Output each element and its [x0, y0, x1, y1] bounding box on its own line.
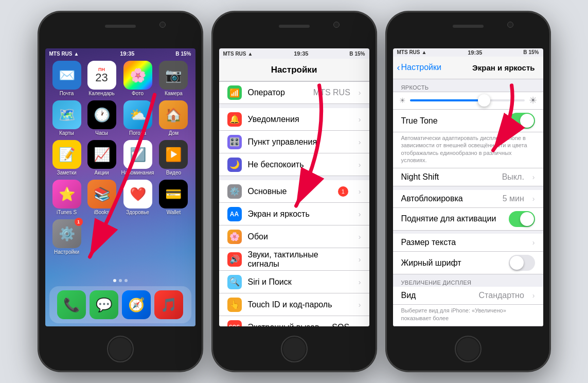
app-stocks-label: Акции — [95, 170, 109, 176]
status-right-1: B 15% — [175, 51, 191, 57]
settings-row-general[interactable]: ⚙️ Основные 1 › — [219, 180, 369, 203]
night-shift-row[interactable]: Night Shift Выкл. › — [393, 168, 543, 186]
app-mail-label: Почта — [60, 91, 74, 96]
brightness-nav-bar: ‹ Настройки Экран и яркость — [393, 57, 543, 79]
carrier-2: MTS RUS — [223, 51, 246, 57]
page-dots — [45, 279, 195, 282]
app-weather[interactable]: ⛅ Погода — [121, 100, 154, 136]
carrier-1: MTS RUS — [49, 51, 73, 57]
app-photos[interactable]: 🌸 Фото — [121, 61, 154, 96]
true-tone-toggle[interactable] — [509, 113, 535, 129]
app-clock[interactable]: 🕐 Часы — [86, 100, 117, 136]
time-2: 19:35 — [294, 50, 308, 57]
dock-safari[interactable]: 🧭 — [122, 290, 151, 319]
settings-row-display[interactable]: AA Экран и яркость › — [219, 203, 369, 225]
app-reminders[interactable]: ☑️ Напоминания — [121, 140, 154, 176]
sounds-chevron: › — [359, 255, 361, 264]
phone2-camera — [333, 22, 340, 28]
app-health[interactable]: ❤️ Здоровье — [121, 180, 154, 215]
settings-row-wallpaper[interactable]: 🌸 Обои › — [219, 225, 369, 248]
general-label: Основные — [248, 187, 332, 196]
app-video[interactable]: ▶️ Видео — [158, 140, 189, 176]
app-maps[interactable]: 🗺️ Карты — [51, 100, 82, 136]
phone2-home-button[interactable] — [281, 336, 308, 362]
brightness-screen-container: MTS RUS ▲ 19:35 B 15% ‹ Настройки Экра — [393, 48, 543, 326]
settings-list: 📶 Оператор MTS RUS › 🔔 Уведомления › 🎛️ … — [219, 81, 369, 326]
settings-row-sos[interactable]: SOS Экстренный вызов — SOS › — [219, 316, 369, 326]
brightness-fill — [410, 99, 485, 101]
notifications-chevron: › — [359, 115, 361, 124]
app-calendar[interactable]: ПН 23 Календарь — [86, 61, 117, 96]
raise-wake-label: Поднятие для активации — [401, 214, 509, 223]
phone3-screen: MTS RUS ▲ 19:35 B 15% ‹ Настройки Экра — [393, 48, 543, 326]
back-chevron-icon: ‹ — [397, 62, 400, 73]
autolock-row[interactable]: Автоблокировка 5 мин › — [393, 190, 543, 208]
control-label: Пункт управления — [248, 137, 350, 147]
phone3-home-button[interactable] — [455, 336, 482, 362]
app-calendar-label: Календарь — [88, 91, 114, 96]
page-dot-3 — [124, 279, 128, 282]
wifi-icon-3: ▲ — [422, 49, 427, 55]
notifications-icon: 🔔 — [227, 112, 242, 127]
phone1-home-button[interactable] — [107, 336, 134, 362]
dock-messages[interactable]: 💬 — [90, 290, 118, 319]
dock-phone[interactable]: 📞 — [57, 290, 86, 319]
general-icon: ⚙️ — [227, 184, 242, 199]
dock-music[interactable]: 🎵 — [154, 290, 183, 319]
phone2-speaker — [279, 25, 310, 28]
status-bar-1: MTS RUS ▲ 19:35 B 15% — [45, 48, 195, 59]
status-left-3: MTS RUS ▲ — [397, 49, 427, 55]
bold-font-toggle[interactable] — [509, 255, 535, 271]
app-settings[interactable]: ⚙️ 1 Настройки — [51, 219, 82, 255]
true-tone-knob — [520, 114, 534, 128]
wallpaper-icon: 🌸 — [227, 230, 242, 244]
back-button[interactable]: ‹ Настройки — [397, 62, 441, 73]
settings-row-siri[interactable]: 🔍 Siri и Поиск › — [219, 271, 369, 293]
brightness-slider[interactable] — [410, 99, 525, 101]
sos-icon: SOS — [227, 320, 242, 327]
display-zoom-header: УВЕЛИЧЕНИЕ ДИСПЛЕЯ — [393, 274, 543, 287]
display-view-row[interactable]: Вид Стандартно › — [393, 287, 543, 305]
touchid-label: Touch ID и код-пароль — [248, 300, 350, 309]
display-zoom-description: Выберите вид для iPhone: «Увеличено» пок… — [393, 305, 543, 326]
battery-1: 15% — [181, 51, 191, 57]
time-3: 19:35 — [468, 49, 482, 56]
app-video-label: Видео — [166, 170, 181, 176]
section-divider-1 — [219, 104, 369, 108]
settings-row-operator[interactable]: 📶 Оператор MTS RUS › — [219, 81, 369, 104]
display-view-value: Стандартно — [479, 291, 524, 300]
control-chevron: › — [359, 138, 361, 146]
touchid-icon: 👆 — [227, 298, 242, 312]
settings-row-touchid[interactable]: 👆 Touch ID и код-пароль › — [219, 293, 369, 316]
sos-chevron: › — [359, 323, 361, 327]
carrier-3: MTS RUS — [397, 49, 420, 55]
app-settings-label: Настройки — [54, 249, 79, 255]
app-camera[interactable]: 📷 Камера — [158, 61, 189, 96]
brightness-section-label: ЯРКОСТЬ — [393, 79, 543, 92]
settings-row-dnd[interactable]: 🌙 Не беспокоить › — [219, 153, 369, 176]
app-mail[interactable]: ✉️ Почта — [51, 61, 82, 96]
sos-label: Экстренный вызов — SOS — [248, 323, 350, 327]
raise-wake-toggle[interactable] — [509, 211, 535, 227]
wifi-icon-1: ▲ — [74, 51, 79, 57]
night-shift-value: Выкл. — [502, 172, 524, 182]
app-wallet[interactable]: 💳 Wallet — [158, 180, 189, 215]
settings-row-sounds[interactable]: 🔊 Звуки, тактильные сигналы › — [219, 248, 369, 271]
settings-screen: MTS RUS ▲ 19:35 B 15% Настройки — [219, 48, 369, 326]
text-size-row[interactable]: Размер текста › — [393, 234, 543, 252]
settings-row-control[interactable]: 🎛️ Пункт управления › — [219, 131, 369, 153]
app-camera-label: Камера — [165, 91, 183, 96]
app-itunes[interactable]: ⭐ iTunes S — [51, 180, 82, 215]
app-stocks[interactable]: 📈 Акции — [86, 140, 117, 176]
general-chevron: › — [359, 187, 361, 196]
autolock-chevron: › — [532, 195, 535, 203]
status-bar-3: MTS RUS ▲ 19:35 B 15% — [393, 48, 543, 57]
phone3-camera — [507, 22, 513, 28]
app-notes[interactable]: 📝 Заметки — [51, 140, 82, 176]
app-ibooks[interactable]: 📚 iBooks — [86, 180, 117, 215]
brightness-thumb[interactable] — [478, 94, 490, 107]
brightness-low-icon: ☀ — [399, 96, 406, 105]
battery-2: 15% — [354, 51, 365, 57]
app-home[interactable]: 🏠 Дом — [158, 100, 189, 136]
settings-row-notifications[interactable]: 🔔 Уведомления › — [219, 108, 369, 131]
